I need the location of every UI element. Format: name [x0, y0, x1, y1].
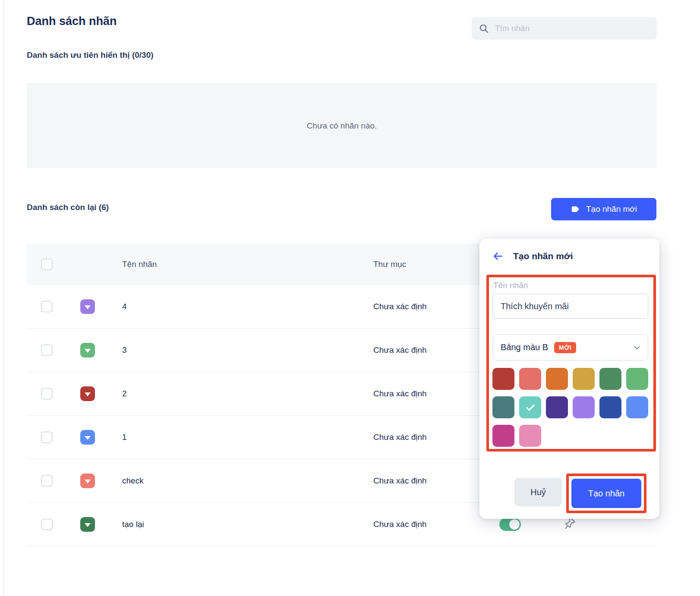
priority-empty-panel: Chưa có nhãn nào.: [27, 83, 657, 168]
visibility-toggle[interactable]: [499, 518, 521, 531]
label-tag-icon[interactable]: [80, 430, 95, 445]
label-name: 2: [122, 389, 127, 398]
color-swatch[interactable]: [599, 396, 621, 418]
row-checkbox[interactable]: [41, 519, 53, 530]
check-icon: [524, 402, 536, 414]
label-folder: Chưa xác định: [373, 433, 427, 442]
label-name-input[interactable]: [492, 294, 648, 319]
label-folder: Chưa xác định: [373, 389, 427, 398]
create-label-button[interactable]: Tạo nhãn mới: [551, 198, 656, 220]
tag-icon: [571, 204, 580, 214]
label-name: check: [122, 476, 144, 486]
label-tag-icon[interactable]: [80, 386, 95, 401]
popup-title: Tạo nhãn mới: [513, 251, 573, 261]
caret-down-icon: [85, 480, 91, 483]
color-swatch[interactable]: [492, 425, 514, 447]
label-folder: Chưa xác định: [373, 520, 427, 529]
search-icon: [479, 23, 489, 34]
label-folder: Chưa xác định: [373, 345, 427, 355]
pin-icon[interactable]: [562, 518, 576, 531]
priority-section-label: Danh sách ưu tiên hiển thị (0/30): [27, 50, 154, 60]
name-field-label: Tên nhãn: [493, 281, 650, 290]
search-input[interactable]: [495, 24, 650, 33]
row-checkbox[interactable]: [41, 475, 53, 487]
color-swatch[interactable]: [626, 368, 648, 390]
create-label-popup: Tạo nhãn mới Tên nhãn Bảng màu B MỚI Huỷ…: [479, 238, 659, 519]
color-swatch[interactable]: [519, 368, 541, 390]
label-name: 1: [122, 433, 127, 442]
caret-down-icon: [85, 305, 91, 309]
caret-down-icon: [85, 392, 91, 396]
submit-button[interactable]: Tạo nhãn: [571, 479, 641, 508]
select-all-checkbox[interactable]: [41, 259, 53, 270]
caret-down-icon: [85, 349, 91, 353]
create-label-button-text: Tạo nhãn mới: [586, 204, 637, 214]
color-swatch[interactable]: [546, 396, 568, 418]
label-name: 3: [122, 345, 127, 355]
new-badge: MỚI: [554, 342, 576, 353]
label-name: tạo lại: [122, 520, 144, 529]
color-swatch-selected[interactable]: [519, 396, 541, 418]
label-tag-icon[interactable]: [80, 517, 95, 532]
submit-highlight-box: Tạo nhãn: [566, 474, 646, 513]
search-box[interactable]: [472, 17, 657, 40]
page-title: Danh sách nhãn: [27, 15, 117, 28]
row-checkbox[interactable]: [41, 432, 53, 443]
remaining-section-label: Danh sách còn lại (6): [27, 203, 109, 212]
label-name: 4: [122, 302, 127, 311]
empty-state-text: Chưa có nhãn nào.: [307, 121, 377, 131]
color-swatch[interactable]: [573, 368, 595, 390]
caret-down-icon: [85, 436, 91, 440]
caret-down-icon: [85, 523, 91, 527]
palette-name: Bảng màu B: [501, 342, 548, 352]
label-folder: Chưa xác định: [373, 476, 427, 486]
color-swatch[interactable]: [519, 425, 541, 447]
label-tag-icon[interactable]: [80, 474, 95, 488]
color-swatch[interactable]: [492, 396, 514, 418]
palette-select[interactable]: Bảng màu B MỚI: [492, 334, 648, 361]
row-checkbox[interactable]: [41, 388, 53, 400]
toggle-knob: [509, 519, 520, 530]
color-swatch[interactable]: [492, 368, 514, 390]
label-tag-icon[interactable]: [80, 343, 95, 358]
row-checkbox[interactable]: [41, 345, 53, 356]
label-folder: Chưa xác định: [373, 302, 427, 311]
cancel-button[interactable]: Huỷ: [514, 478, 562, 506]
column-header-folder: Thư mục: [373, 260, 406, 269]
column-header-name: Tên nhãn: [122, 260, 157, 269]
popup-header: Tạo nhãn mới: [492, 251, 573, 262]
row-checkbox[interactable]: [41, 301, 53, 313]
chevron-down-icon: [632, 343, 642, 352]
page-left-divider: [3, 0, 4, 596]
color-swatch[interactable]: [626, 396, 648, 418]
back-arrow-icon[interactable]: [492, 251, 504, 262]
form-highlight-box: Tên nhãn Bảng màu B MỚI: [486, 275, 656, 452]
label-tag-icon[interactable]: [80, 299, 95, 314]
color-swatch[interactable]: [599, 368, 621, 390]
color-swatch-grid: [492, 368, 650, 447]
color-swatch[interactable]: [546, 368, 568, 390]
color-swatch[interactable]: [573, 396, 595, 418]
